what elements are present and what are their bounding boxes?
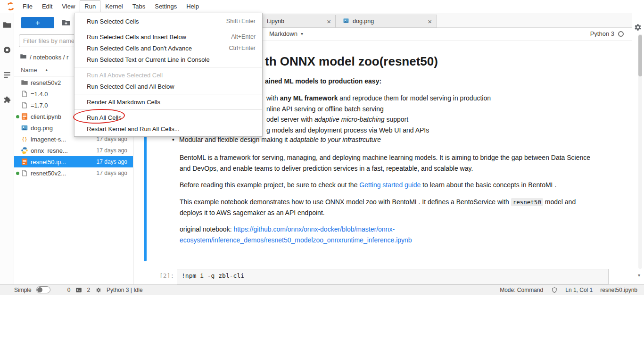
breadcrumb-path: / notebooks / r [30,54,68,61]
file-modified: 17 days ago [97,158,133,165]
activity-bar [0,13,14,284]
menu-file[interactable]: File [18,0,37,12]
python-file-icon [21,147,28,154]
menu-item-render-all-markdown[interactable]: Render All Markdown Cells [74,96,262,108]
folder-icon [21,79,28,86]
menu-item-label: Run All Above Selected Cell [87,72,163,79]
terminals-count[interactable]: 0 [67,287,71,293]
file-modified: 17 days ago [97,170,133,176]
cursor-position[interactable]: Ln 1, Col 1 [565,287,593,293]
extension-manager-icon[interactable] [2,95,12,105]
close-icon[interactable]: × [327,18,331,25]
menu-tabs[interactable]: Tabs [128,0,150,12]
menu-item-run-selected-cells[interactable]: Run Selected CellsShift+Enter [74,16,262,27]
kernel-gear-icon[interactable] [95,286,102,293]
terminal-icon[interactable] [75,286,82,293]
menu-separator [74,67,262,67]
file-name: =1.4.0 [31,91,48,98]
cell-type-select[interactable]: Markdown ▾ [269,30,303,37]
menu-item-run-all-above[interactable]: Run All Above Selected Cell [74,69,262,81]
markdown-paragraph: This example notebook demonstrates how t… [180,197,593,218]
trust-shield-icon[interactable] [551,286,558,293]
file-name: dog.png [31,125,53,132]
simple-mode-label: Simple [14,287,32,293]
file-icon [21,101,28,109]
original-notebook-link[interactable]: https://github.com/onnx/onnx-docker/blob… [233,225,395,233]
file-modified: 17 days ago [97,136,133,142]
tab-label: t.ipynb [267,18,284,25]
file-name: resnet50v2... [31,170,66,177]
original-notebook-link[interactable]: ecosystem/inference_demos/resnet50_model… [180,236,412,244]
bullet-line: with any ML framework and reproduce them… [266,94,491,102]
kernel-name: Python 3 [590,30,614,37]
bullet-italic: adaptable to your infrastrcuture [289,136,381,143]
tab-dog-png[interactable]: dog.png × [336,15,437,28]
menu-item-run-selected-text-in-console[interactable]: Run Selected Text or Current Line in Con… [74,54,262,65]
simple-mode-toggle[interactable] [36,286,50,293]
execution-prompt: [2]: [159,272,174,279]
menu-item-run-and-dont-advance[interactable]: Run Selected Cells and Don't AdvanceCtrl… [74,42,262,54]
new-launcher-button[interactable]: + [21,17,54,28]
paragraph-text: Before reading this example project, be … [180,181,359,189]
bullet-line: nline API serving or offline batch servi… [266,105,384,113]
menu-item-label: Run Selected Text or Current Line in Con… [87,56,210,63]
command-mode-indicator[interactable]: Mode: Command [500,287,543,293]
gear-icon[interactable] [633,23,643,32]
bullet-text: Modular and flexible design making it [179,136,289,143]
active-file-name[interactable]: resnet50.ipynb [600,287,637,293]
file-name: =1.7.0 [31,102,48,109]
markdown-paragraph: BentoML is a framework for serving, mana… [180,152,593,174]
notebook-icon [21,158,28,166]
running-sessions-icon[interactable] [2,45,12,55]
file-row[interactable]: resnet50v2... 17 days ago [14,167,133,179]
cell-type-value: Markdown [269,30,297,37]
menu-edit[interactable]: Edit [37,0,57,12]
bullet-bold: any ML framework [280,94,338,102]
menu-item-label: Restart Kernel and Run All Cells... [87,125,180,133]
inline-code: resnet50 [511,198,543,206]
svg-text:{ }: { } [22,137,27,141]
scrollbar-thumb[interactable] [638,35,642,76]
kernel-indicator[interactable]: Python 3 [590,30,624,37]
menu-item-run-and-insert-below[interactable]: Run Selected Cells and Insert BelowAlt+E… [74,31,262,42]
close-icon[interactable]: × [428,18,432,25]
kernel-idle-icon [618,31,624,37]
table-of-contents-icon[interactable] [2,70,12,80]
chevron-down-icon: ▾ [301,31,303,36]
markdown-lead: ained ML models to production easy: [265,77,381,85]
bullet-text: and reproduce them for model serving in … [338,94,491,102]
code-cell-input[interactable]: !npm i -g zbl-cli [177,269,609,284]
jupyter-logo [3,2,18,10]
file-browser-icon[interactable] [2,20,12,30]
file-row-selected[interactable]: resnet50.ip... 17 days ago [14,156,133,167]
menu-help[interactable]: Help [182,0,204,12]
bullet-text: nline API serving or offline batch servi… [266,105,384,113]
file-icon [21,90,28,98]
scroll-down-icon[interactable]: ▾ [638,273,640,278]
getting-started-link[interactable]: Getting started guide [359,181,421,189]
name-column-header[interactable]: Name [21,66,37,74]
status-bar: Simple 0 2 Python 3 | Idle Mode: Command… [0,284,644,295]
file-row[interactable]: onnx_resne... 17 days ago [14,145,133,156]
menu-item-run-cell-and-all-below[interactable]: Run Selected Cell and All Below [74,81,262,92]
jupyterlab-window: File Edit View Run Kernel Tabs Settings … [0,0,644,295]
kernels-count[interactable]: 2 [87,287,90,293]
breadcrumb[interactable]: / notebooks / r [20,53,68,61]
new-folder-icon[interactable] [61,18,71,27]
file-modified: 17 days ago [97,147,133,154]
menu-item-shortcut: Shift+Enter [226,18,256,25]
markdown-paragraph: Before reading this example project, be … [180,180,593,191]
bullet-text: with [266,94,280,102]
menu-item-label: Run Selected Cells and Don't Advance [87,45,192,52]
file-name: onnx_resne... [31,147,68,154]
kernel-status[interactable]: Python 3 | Idle [107,287,143,293]
menu-view[interactable]: View [57,0,80,12]
menu-separator [74,29,262,29]
paragraph-text: to learn about the basic concepts in Ben… [421,181,556,189]
menu-item-restart-and-run-all[interactable]: Restart Kernel and Run All Cells... [74,123,262,134]
image-icon [343,17,349,25]
menu-run[interactable]: Run [80,0,100,12]
menu-kernel[interactable]: Kernel [100,0,128,12]
file-name: resnet50.ip... [31,158,66,166]
menu-settings[interactable]: Settings [150,0,182,12]
